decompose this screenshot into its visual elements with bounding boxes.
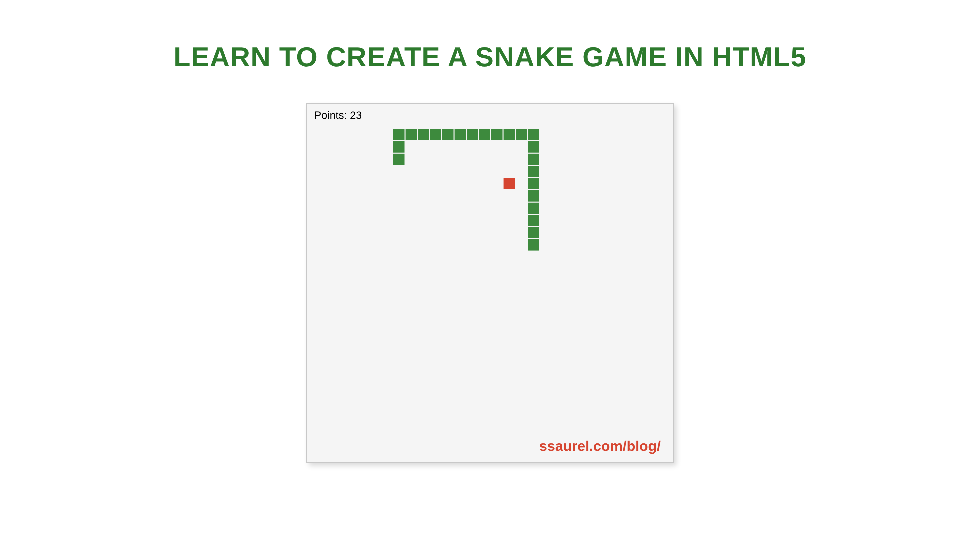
page-title: LEARN TO CREATE A SNAKE GAME IN HTML5 [173,41,807,73]
food [504,178,515,189]
snake-segment [479,129,490,140]
snake-segment [528,239,539,251]
game-canvas[interactable]: Points: 23 ssaurel.com/blog/ [306,103,674,463]
snake-segment [406,129,417,140]
snake-segment [504,129,515,140]
snake-segment [528,178,539,189]
snake-segment [455,129,466,140]
snake-segment [430,129,441,140]
snake-segment [528,227,539,238]
snake-segment [491,129,503,140]
snake-segment [442,129,453,140]
snake-segment [467,129,478,140]
snake-segment [528,154,539,165]
snake-segment [418,129,429,140]
snake-segment [528,203,539,214]
snake-segment [528,141,539,152]
snake-segment [528,190,539,202]
snake-segment [528,166,539,177]
snake-segment [528,215,539,226]
snake-segment [516,129,527,140]
snake-segment [393,154,404,165]
points-label: Points: 23 [314,109,362,121]
snake-segment [528,129,539,140]
blog-url: ssaurel.com/blog/ [539,438,661,454]
snake-segment [393,129,404,140]
snake-segment [393,141,404,152]
game-wrapper: Points: 23 ssaurel.com/blog/ [306,103,674,463]
